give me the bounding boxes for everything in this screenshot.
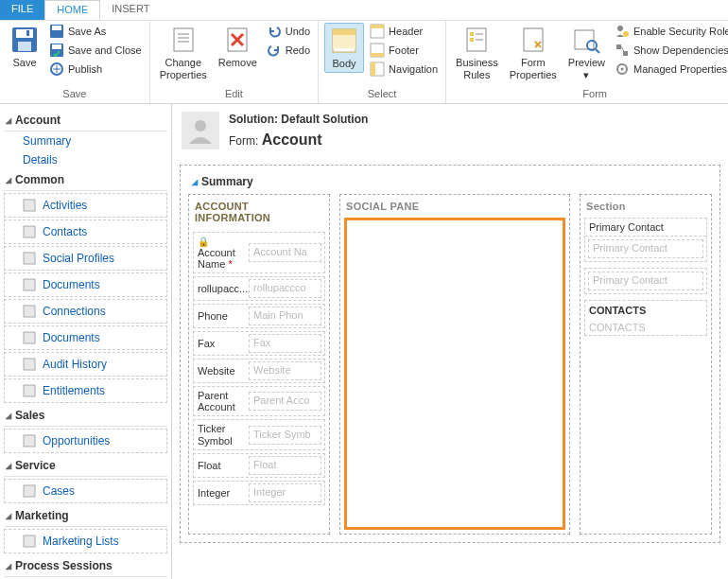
preview-button[interactable]: Preview▾ — [564, 23, 609, 82]
form-label: Form: Account — [229, 132, 368, 149]
redo-button[interactable]: Redo — [265, 42, 312, 59]
field-label: Integer — [194, 484, 249, 501]
field-input[interactable]: Fax — [249, 334, 321, 353]
field-label: rollupacc... — [194, 280, 249, 297]
form-field[interactable]: WebsiteWebsite — [193, 359, 325, 383]
sidebar-item[interactable]: Connections — [4, 299, 167, 324]
form-field[interactable]: FaxFax — [193, 331, 325, 356]
navigation-icon — [370, 61, 385, 77]
sidebar-item[interactable]: Activities — [4, 193, 167, 218]
lock-icon: 🔒 — [198, 237, 209, 247]
field-input[interactable]: Parent Acco — [249, 392, 321, 411]
svg-rect-45 — [24, 359, 35, 370]
svg-rect-16 — [333, 35, 355, 48]
group-label-select: Select — [324, 88, 440, 101]
field-input[interactable]: Ticker Symb — [249, 426, 321, 445]
tab-insert[interactable]: INSERT — [100, 0, 161, 20]
sidebar-section-account[interactable]: Account — [4, 110, 167, 132]
sidebar-item-details[interactable]: Details — [4, 150, 167, 169]
body-button[interactable]: Body — [324, 23, 364, 73]
redo-icon — [267, 43, 282, 58]
undo-button[interactable]: Undo — [265, 23, 312, 40]
show-dependencies-button[interactable]: Show Dependencies — [613, 42, 728, 59]
tab-file[interactable]: FILE — [0, 0, 44, 20]
form-field[interactable]: IntegerInteger — [193, 481, 325, 505]
gear-icon — [615, 61, 630, 77]
svg-rect-15 — [333, 29, 355, 35]
field-label: Float — [194, 457, 249, 474]
field-input[interactable]: Account Na — [249, 243, 321, 262]
business-rules-button[interactable]: Business Rules — [452, 23, 502, 82]
form-field[interactable]: rollupacc...rollupaccco — [193, 276, 325, 301]
enable-security-roles-button[interactable]: Enable Security Roles — [613, 23, 728, 40]
form-properties-button[interactable]: Form Properties — [506, 23, 561, 82]
section-right[interactable]: Section Primary Contact Primary Contact … — [580, 194, 712, 535]
field-primary-contact-label: Primary Contact — [585, 219, 706, 237]
svg-point-32 — [617, 26, 623, 31]
footer-icon — [370, 43, 385, 58]
tab-home[interactable]: HOME — [44, 0, 100, 20]
form-properties-icon — [518, 25, 548, 55]
sidebar-section-common[interactable]: Common — [4, 169, 167, 191]
sidebar-item[interactable]: Contacts — [4, 219, 167, 244]
field-input[interactable]: rollupaccco — [249, 279, 321, 298]
sidebar-item[interactable]: Opportunities — [4, 429, 167, 453]
form-field[interactable]: FloatFloat — [193, 453, 325, 478]
form-canvas[interactable]: Summary ACCOUNT INFORMATION 🔒Account Nam… — [180, 165, 720, 543]
field-label: Website — [194, 362, 249, 379]
sidebar-item[interactable]: Marketing Lists — [4, 529, 167, 553]
sidebar-item-summary[interactable]: Summary — [4, 132, 167, 150]
properties-icon — [168, 25, 199, 55]
sidebar-section-service[interactable]: Service — [4, 455, 167, 477]
entity-icon — [22, 330, 37, 345]
change-properties-button[interactable]: Change Properties — [156, 23, 211, 82]
svg-rect-46 — [24, 385, 35, 396]
field-input[interactable]: Integer — [249, 483, 321, 502]
publish-button[interactable]: Publish — [47, 61, 144, 78]
footer-button[interactable]: Footer — [368, 42, 440, 59]
header-button[interactable]: Header — [368, 23, 440, 40]
sidebar-item[interactable]: Documents — [4, 325, 167, 350]
form-field[interactable]: Parent AccountParent Acco — [193, 386, 325, 416]
navigation-button[interactable]: Navigation — [368, 61, 440, 78]
save-as-button[interactable]: Save As — [47, 23, 144, 40]
field-input[interactable]: Website — [249, 361, 321, 380]
field-input[interactable]: Float — [249, 456, 321, 475]
contacts-subgrid[interactable]: CONTACTS — [585, 320, 706, 335]
form-field[interactable]: PhoneMain Phon — [193, 304, 325, 328]
field-primary-contact-2[interactable]: Primary Contact — [588, 272, 703, 290]
section-account-information[interactable]: ACCOUNT INFORMATION 🔒Account Name *Accou… — [188, 194, 330, 535]
sidebar-item[interactable]: Audit History — [4, 352, 167, 377]
remove-button[interactable]: Remove — [215, 23, 261, 71]
field-label: 🔒Account Name * — [194, 233, 249, 272]
field-label: Ticker Symbol — [194, 420, 249, 448]
sidebar-section-process[interactable]: Process Sessions — [4, 555, 167, 577]
save-button[interactable]: Save — [6, 23, 43, 71]
sidebar-section-sales[interactable]: Sales — [4, 405, 167, 427]
entity-icon — [22, 433, 37, 448]
sidebar-section-marketing[interactable]: Marketing — [4, 505, 167, 527]
svg-rect-44 — [24, 332, 35, 343]
form-field[interactable]: Ticker SymbolTicker Symb — [193, 419, 325, 449]
field-label: Fax — [194, 335, 249, 352]
svg-rect-7 — [52, 44, 61, 49]
managed-properties-button[interactable]: Managed Properties — [613, 61, 728, 78]
save-and-close-button[interactable]: Save and Close — [47, 42, 144, 59]
avatar — [182, 112, 219, 149]
field-input[interactable]: Main Phon — [249, 307, 321, 325]
svg-rect-25 — [470, 38, 474, 42]
sidebar-item[interactable]: Entitlements — [4, 378, 167, 403]
svg-rect-20 — [371, 53, 384, 57]
field-primary-contact[interactable]: Primary Contact — [588, 239, 703, 258]
contacts-header: CONTACTS — [585, 301, 706, 320]
social-pane-placeholder[interactable] — [344, 218, 565, 530]
section-social-pane[interactable]: SOCIAL PANE — [339, 194, 570, 535]
sidebar-item[interactable]: Documents — [4, 272, 167, 297]
tab-summary[interactable]: Summary — [188, 173, 712, 190]
sidebar-item[interactable]: Cases — [4, 479, 167, 503]
svg-point-50 — [195, 120, 206, 132]
form-field[interactable]: 🔒Account Name *Account Na — [193, 232, 325, 273]
svg-line-31 — [596, 49, 599, 53]
entity-icon — [22, 224, 37, 239]
sidebar-item[interactable]: Social Profiles — [4, 246, 167, 271]
